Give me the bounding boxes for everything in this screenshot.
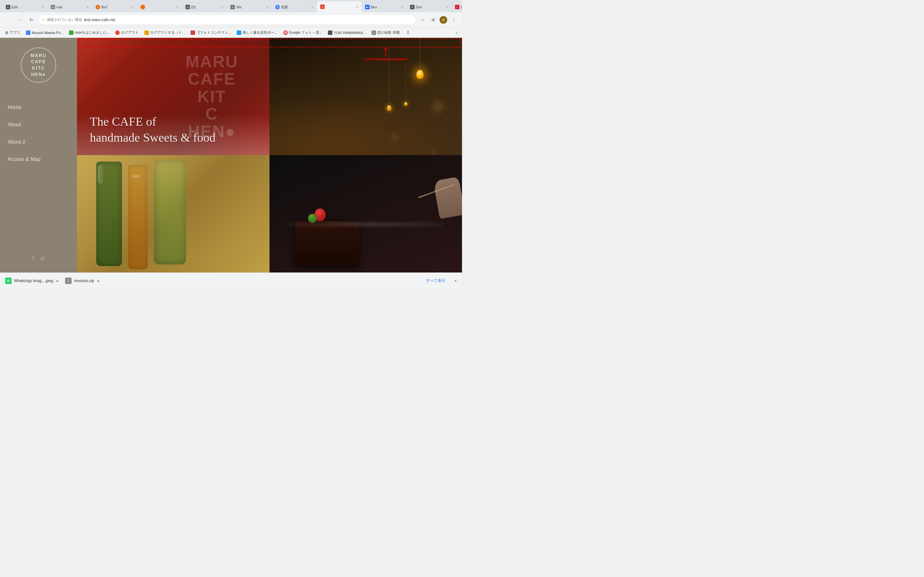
tab-orange-close[interactable]: × bbox=[176, 5, 179, 10]
instagram-icon[interactable]: ⊙ bbox=[40, 255, 45, 261]
bookmark-logout-label: ログアウト bbox=[121, 30, 139, 35]
tab-bes-label: Bes bbox=[371, 5, 399, 9]
bookmark-apps[interactable]: ⊞ アプリ bbox=[3, 29, 23, 37]
show-all-downloads-button[interactable]: すべて表示 bbox=[426, 278, 445, 284]
google-icon bbox=[115, 31, 120, 35]
download-invoices-label: invoices.zip bbox=[74, 279, 94, 283]
bookmark-logout[interactable]: ログアウト bbox=[113, 29, 141, 37]
download-whatsapp-label: WhatsApp Imag....jpeg bbox=[14, 279, 53, 283]
bookmark-apps-label: アプリ bbox=[10, 30, 20, 35]
nav-item-about[interactable]: About bbox=[8, 116, 69, 133]
settings-button[interactable]: ⋮ bbox=[449, 15, 458, 24]
nav-item-access-map[interactable]: Access & Map bbox=[8, 151, 69, 168]
forward-button[interactable]: → bbox=[15, 15, 24, 24]
atsushi-icon bbox=[26, 31, 31, 35]
back-button[interactable]: ← bbox=[4, 15, 13, 24]
bookmark-tanka-label: 恋の短歌 30選 bbox=[377, 30, 400, 35]
tab-s[interactable]: [S] [S] × bbox=[182, 2, 227, 12]
browser-frame: E Edit × m mai × ● BeT × × [S] [S] × bbox=[0, 0, 462, 288]
download-item-invoices[interactable]: Z invoices.zip ▲ bbox=[65, 277, 100, 284]
tab-globe-close[interactable]: × bbox=[310, 5, 314, 10]
sidebar: MARU CAFE KITC HEN● Home About About 2 A… bbox=[0, 38, 77, 272]
hero-image: MARU CAFE KIT C HEN● The CAFE of handmad… bbox=[77, 38, 270, 155]
arrow-shaft bbox=[385, 50, 386, 56]
tab-s-icon: [S] bbox=[186, 5, 190, 9]
bookmark-note[interactable]: noteをはじめました... bbox=[66, 29, 112, 37]
jar-green-right bbox=[154, 160, 186, 264]
tab-dov-close[interactable]: × bbox=[445, 5, 449, 10]
tab-bet-close[interactable]: × bbox=[131, 5, 134, 10]
bookmark-atsushi[interactable]: Atsushi Maeda Ph... bbox=[23, 29, 66, 37]
bookmark-star-button[interactable]: ☆ bbox=[418, 15, 427, 24]
bookmark-gphotos[interactable]: 🌸 Google フォト – 思... bbox=[281, 29, 325, 37]
reader-mode-button[interactable]: ⊞ bbox=[429, 15, 438, 24]
tab-s-close[interactable]: × bbox=[221, 5, 224, 10]
tab-mail-close[interactable]: × bbox=[86, 5, 89, 10]
close-downloads-button[interactable]: × bbox=[454, 278, 457, 284]
tab-globe-icon: ⊕ bbox=[275, 5, 280, 9]
bookmark-atsushi-label: Atsushi Maeda Ph... bbox=[32, 31, 63, 35]
tab-slic[interactable]: S Slic × bbox=[227, 2, 272, 12]
reload-button[interactable]: ↻ bbox=[27, 15, 36, 24]
whatsapp-download-icon: W bbox=[5, 277, 11, 284]
address-bar: ← → ↻ ⚠ 保護されていない通信 test.maru-cafe.net ☆ … bbox=[0, 12, 462, 27]
security-warning-icon: ⚠ bbox=[42, 18, 45, 22]
bookmarks-bar: ⊞ アプリ Atsushi Maeda Ph... noteをはじめました...… bbox=[0, 27, 462, 38]
profile-button[interactable]: A bbox=[439, 15, 448, 24]
tab-mail[interactable]: m mai × bbox=[47, 2, 92, 12]
tab-dov-label: Dov bbox=[416, 5, 444, 9]
toolbar-icons: ☆ ⊞ A ⋮ bbox=[418, 15, 458, 24]
download-item-whatsapp[interactable]: W WhatsApp Imag....jpeg ▲ bbox=[5, 277, 59, 284]
photo-contest-icon bbox=[191, 31, 195, 35]
tab-edit-icon: E bbox=[6, 5, 10, 9]
bookmarks-overflow-button[interactable]: » bbox=[454, 31, 459, 35]
download-bar: W WhatsApp Imag....jpeg ▲ Z invoices.zip… bbox=[0, 272, 462, 288]
tab-globe[interactable]: ⊕ 気釈 × bbox=[272, 2, 317, 12]
download-whatsapp-chevron[interactable]: ▲ bbox=[55, 279, 59, 282]
user-avatar: A bbox=[439, 16, 447, 24]
tab-orange[interactable]: × bbox=[137, 2, 182, 12]
arrowhead-up bbox=[384, 47, 387, 50]
annotation-arrow: 1 pixel backgound appear bbox=[364, 47, 407, 61]
facebook-icon[interactable]: f bbox=[32, 255, 34, 261]
tab-bes[interactable]: Be Bes × bbox=[362, 2, 407, 12]
bookmark-gphotos-label: Google フォト – 思... bbox=[289, 30, 322, 35]
bookmark-tanka[interactable]: J 恋の短歌 30選 bbox=[369, 29, 402, 37]
bookmark-yuki[interactable]: YUKI HAMANAKA... bbox=[325, 29, 368, 37]
bookmark-photo2[interactable]: 美しく撮る女性ボー... bbox=[234, 29, 280, 37]
jar-label: Super bbox=[132, 174, 140, 178]
tab-shigoto[interactable]: L 仕事 × bbox=[452, 2, 462, 12]
tab-active-close[interactable]: × bbox=[355, 5, 359, 9]
tab-slic-close[interactable]: × bbox=[266, 5, 269, 10]
main-content: 1 pixel backgound appear MARU bbox=[77, 38, 462, 272]
tab-active-icon: ● bbox=[320, 5, 325, 9]
tab-active[interactable]: ● × bbox=[317, 1, 362, 12]
logout-icon bbox=[144, 31, 149, 35]
bookmark-logout2[interactable]: ログアウトする（ト... bbox=[142, 29, 187, 37]
download-invoices-chevron[interactable]: ▲ bbox=[97, 279, 100, 282]
hero-title: The CAFE of handmade Sweets & food bbox=[90, 114, 257, 145]
tab-edit-close[interactable]: × bbox=[41, 5, 44, 10]
apps-grid-icon: ⊞ bbox=[5, 31, 8, 35]
note-icon bbox=[69, 31, 73, 35]
logo-text: MARU CAFE KITC HEN● bbox=[31, 53, 47, 77]
bookmark-photo-contest-label: 【フォトコンテスト... bbox=[196, 30, 231, 35]
address-input-box[interactable]: ⚠ 保護されていない通信 test.maru-cafe.net bbox=[39, 15, 416, 25]
tab-bet-label: BeT bbox=[102, 5, 129, 9]
nav-item-home[interactable]: Home bbox=[8, 99, 69, 116]
bookmark-photo-contest[interactable]: 【フォトコンテスト... bbox=[188, 29, 234, 37]
tab-bes-icon: Be bbox=[365, 5, 370, 9]
tab-dov[interactable]: D Dov × bbox=[407, 2, 452, 12]
jar-reflection bbox=[98, 165, 104, 184]
address-url: test.maru-cafe.net bbox=[84, 18, 115, 22]
bookmark-bracket[interactable]: 【 bbox=[403, 29, 412, 37]
tab-edit[interactable]: E Edit × bbox=[3, 2, 47, 12]
bulb-1 bbox=[417, 70, 423, 79]
yuki-icon bbox=[328, 31, 333, 35]
tab-bes-close[interactable]: × bbox=[401, 5, 404, 10]
bookmark-bracket-label: 【 bbox=[405, 30, 409, 35]
nav-item-about2[interactable]: About 2 bbox=[8, 133, 69, 151]
cake-base bbox=[295, 221, 359, 266]
tab-bet[interactable]: ● BeT × bbox=[92, 2, 137, 12]
bookmark-yuki-label: YUKI HAMANAKA... bbox=[334, 31, 366, 35]
